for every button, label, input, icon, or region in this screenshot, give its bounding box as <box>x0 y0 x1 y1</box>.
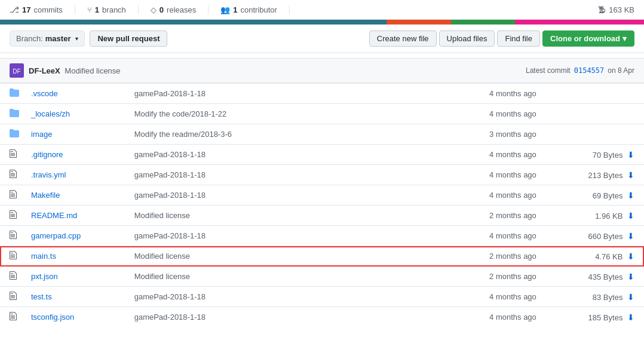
folder-icon <box>0 84 22 104</box>
file-commit-message: gamePad-2018-1-18 <box>125 226 447 246</box>
file-size: 660 Bytes ⬇ <box>546 226 644 246</box>
file-name-cell: main.ts <box>22 246 125 267</box>
file-size-empty <box>546 124 644 145</box>
contributor-stat[interactable]: 👥 1 contributor <box>208 5 290 14</box>
file-name-link[interactable]: test.ts <box>31 292 52 301</box>
table-row: imageModify the readme/2018-3-63 months … <box>0 124 644 145</box>
file-time: 4 months ago <box>447 165 546 185</box>
lang-typescript <box>0 20 387 25</box>
file-name-cell: image <box>22 124 125 145</box>
upload-files-button[interactable]: Upload files <box>439 30 495 47</box>
branch-name: master <box>45 34 71 43</box>
commit-author[interactable]: DF-LeeX <box>29 66 60 75</box>
file-table: .vscodegamePad-2018-1-184 months ago_loc… <box>0 83 644 327</box>
releases-icon: ◇ <box>151 5 157 14</box>
branch-icon: ⑂ <box>87 5 92 14</box>
file-commit-message: Modify the readme/2018-3-6 <box>125 124 447 145</box>
file-size: 70 Bytes ⬇ <box>546 145 644 165</box>
file-size: 213 Bytes ⬇ <box>546 165 644 185</box>
branch-stat[interactable]: ⑂ 1 branch <box>75 5 139 14</box>
lang-other <box>515 20 644 25</box>
download-icon[interactable]: ⬇ <box>627 292 634 302</box>
lang-makefile <box>451 20 516 25</box>
releases-count: 0 <box>160 5 164 14</box>
file-size: 185 Bytes ⬇ <box>546 307 644 327</box>
file-time: 4 months ago <box>447 226 546 246</box>
file-commit-message: Modify the code/2018-1-22 <box>125 104 447 124</box>
table-row: pxt.jsonModified license2 months ago435 … <box>0 267 644 287</box>
file-commit-message: Modified license <box>125 206 447 226</box>
file-name-link[interactable]: image <box>31 130 52 139</box>
table-row: .travis.ymlgamePad-2018-1-184 months ago… <box>0 165 644 185</box>
clone-or-download-button[interactable]: Clone or download ▾ <box>542 30 634 47</box>
file-icon <box>0 185 22 206</box>
file-size: 1.96 KB ⬇ <box>546 206 644 226</box>
file-size: 4.76 KB ⬇ <box>546 246 644 267</box>
file-time: 3 months ago <box>447 124 546 145</box>
releases-stat[interactable]: ◇ 0 releases <box>139 5 208 14</box>
file-icon <box>0 246 22 267</box>
branch-count: 1 <box>95 5 99 14</box>
file-name-link[interactable]: .vscode <box>31 89 58 98</box>
file-name-link[interactable]: README.md <box>31 211 77 220</box>
file-time: 2 months ago <box>447 267 546 287</box>
commits-stat[interactable]: ⎇ 17 commits <box>10 5 75 14</box>
commit-right: Latest commit 0154557 on 8 Apr <box>526 66 634 75</box>
table-row: main.tsModified license2 months ago4.76 … <box>0 246 644 267</box>
file-size-empty <box>546 84 644 104</box>
file-size-empty <box>546 104 644 124</box>
download-icon[interactable]: ⬇ <box>627 191 634 200</box>
file-name-cell: pxt.json <box>22 267 125 287</box>
file-time: 4 months ago <box>447 185 546 206</box>
file-time: 4 months ago <box>447 145 546 165</box>
file-time: 4 months ago <box>447 84 546 104</box>
download-icon[interactable]: ⬇ <box>627 170 634 180</box>
branch-dropdown-icon: ▾ <box>75 35 78 42</box>
download-icon[interactable]: ⬇ <box>627 211 634 221</box>
file-commit-message: gamePad-2018-1-18 <box>125 84 447 104</box>
size-stat: 🗜 163 KB <box>598 5 634 14</box>
file-name-link[interactable]: .travis.yml <box>31 170 66 179</box>
download-icon[interactable]: ⬇ <box>627 313 634 322</box>
file-name-cell: Makefile <box>22 185 125 206</box>
download-icon[interactable]: ⬇ <box>627 150 634 160</box>
file-name-link[interactable]: tsconfig.json <box>31 313 74 322</box>
find-file-button[interactable]: Find file <box>497 30 540 47</box>
toolbar: Branch: master ▾ New pull request Create… <box>0 25 644 53</box>
file-commit-message: gamePad-2018-1-18 <box>125 145 447 165</box>
file-icon <box>0 145 22 165</box>
file-time: 4 months ago <box>447 287 546 307</box>
file-size: 435 Bytes ⬇ <box>546 267 644 287</box>
download-icon[interactable]: ⬇ <box>627 272 634 281</box>
table-row: MakefilegamePad-2018-1-184 months ago69 … <box>0 185 644 206</box>
file-icon <box>0 287 22 307</box>
file-time: 4 months ago <box>447 307 546 327</box>
file-commit-message: gamePad-2018-1-18 <box>125 307 447 327</box>
commit-message: Modified license <box>65 66 120 75</box>
branch-selector[interactable]: Branch: master ▾ <box>10 30 85 47</box>
download-icon[interactable]: ⬇ <box>627 231 634 241</box>
file-name-link[interactable]: main.ts <box>31 252 56 261</box>
new-pull-request-button[interactable]: New pull request <box>90 30 167 47</box>
table-row: tsconfig.jsongamePad-2018-1-184 months a… <box>0 307 644 327</box>
file-commit-message: Modified license <box>125 246 447 267</box>
file-icon <box>0 267 22 287</box>
file-commit-message: Modified license <box>125 267 447 287</box>
file-name-link[interactable]: .gitignore <box>31 150 63 159</box>
create-new-file-button[interactable]: Create new file <box>369 30 437 47</box>
file-commit-message: gamePad-2018-1-18 <box>125 185 447 206</box>
svg-text:DF: DF <box>13 68 20 75</box>
file-name-link[interactable]: _locales/zh <box>31 109 70 118</box>
file-name-link[interactable]: pxt.json <box>31 272 58 281</box>
file-time: 2 months ago <box>447 206 546 226</box>
table-row: README.mdModified license2 months ago1.9… <box>0 206 644 226</box>
file-name-link[interactable]: gamerpad.cpp <box>31 231 81 240</box>
contributor-label: contributor <box>240 5 277 14</box>
file-name-link[interactable]: Makefile <box>31 191 60 200</box>
folder-icon <box>0 104 22 124</box>
commit-hash[interactable]: 0154557 <box>574 66 605 75</box>
commit-info-row: DF DF-LeeX Modified license Latest commi… <box>0 58 644 83</box>
download-icon[interactable]: ⬇ <box>627 252 634 261</box>
file-size: 69 Bytes ⬇ <box>546 185 644 206</box>
size-icon: 🗜 <box>598 5 606 14</box>
